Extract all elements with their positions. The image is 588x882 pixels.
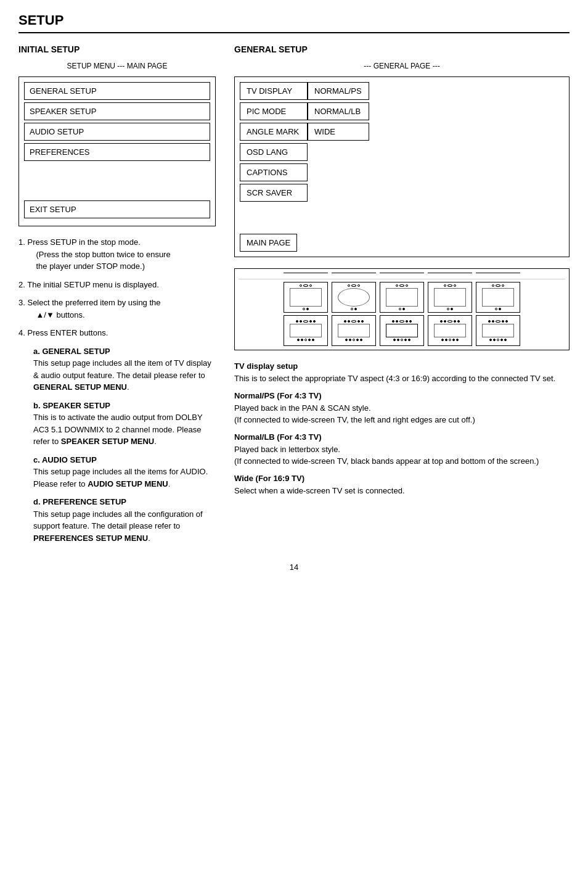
main-menu-box: GENERAL SETUP SPEAKER SETUP AUDIO SETUP … xyxy=(18,76,216,226)
page-title: SETUP xyxy=(18,12,570,33)
general-value-tv-display: NORMAL/PS xyxy=(308,82,369,100)
main-page-row: MAIN PAGE xyxy=(240,234,564,252)
desc-title-4: Wide (For 16:9 TV) xyxy=(234,474,570,483)
instr-num-3: 3. xyxy=(18,298,27,307)
sub-label-a: a. GENERAL SETUP xyxy=(33,347,110,356)
sub-item-a: a. GENERAL SETUP This setup page include… xyxy=(33,345,216,394)
general-setup-title: GENERAL SETUP xyxy=(234,44,570,54)
initial-setup-subtitle: SETUP MENU --- MAIN PAGE xyxy=(18,62,216,70)
desc-text-4: Select when a wide-screen TV set is conn… xyxy=(234,485,570,497)
tv-screen-1 xyxy=(284,282,328,313)
instruction-2: 2. The initial SETUP menu is displayed. xyxy=(18,279,216,291)
desc-title-1: TV display setup xyxy=(234,361,570,371)
general-label-pic-mode: PIC MODE xyxy=(240,102,308,120)
general-row-captions: CAPTIONS xyxy=(240,163,564,181)
instruction-1: 1. Press SETUP in the stop mode. (Press … xyxy=(18,236,216,273)
tv-screen-4 xyxy=(428,282,472,313)
sub-bold-c: AUDIO SETUP MENU xyxy=(88,479,168,488)
instruction-3: 3. Select the preferred item by using th… xyxy=(18,297,216,321)
general-menu-box: TV DISPLAY NORMAL/PS PIC MODE NORMAL/LB … xyxy=(234,76,570,257)
tv-screen-6 xyxy=(284,315,328,346)
tv-screen-9 xyxy=(428,315,472,346)
desc-title-3: Normal/LB (For 4:3 TV) xyxy=(234,432,570,442)
sub-label-c: c. AUDIO SETUP xyxy=(33,455,97,464)
general-row-pic-mode: PIC MODE NORMAL/LB xyxy=(240,102,564,120)
instr-num-1: 1. xyxy=(18,237,27,247)
menu-item-general[interactable]: GENERAL SETUP xyxy=(24,82,210,100)
general-setup-subtitle: --- GENERAL PAGE --- xyxy=(234,62,570,70)
general-label-osd-lang: OSD LANG xyxy=(240,143,308,161)
descriptions-section: TV display setup This is to select the a… xyxy=(234,361,570,497)
sub-bold-b: SPEAKER SETUP MENU xyxy=(61,437,154,446)
general-row-tv-display: TV DISPLAY NORMAL/PS xyxy=(240,82,564,100)
instr-num-4: 4. xyxy=(18,328,27,337)
tv-screens-top-row xyxy=(239,282,565,313)
general-row-angle-mark: ANGLE MARK WIDE xyxy=(240,123,564,141)
sub-bold-a: GENERAL SETUP MENU xyxy=(33,382,127,392)
general-row-scr-saver: SCR SAVER xyxy=(240,184,564,202)
general-row-osd-lang: OSD LANG xyxy=(240,143,564,161)
sub-bold-d: PREFERENCES SETUP MENU xyxy=(33,534,148,543)
general-value-pic-mode: NORMAL/LB xyxy=(308,102,369,120)
instructions-section: 1. Press SETUP in the stop mode. (Press … xyxy=(18,236,216,544)
tv-screen-7 xyxy=(332,315,376,346)
tv-screen-10 xyxy=(476,315,520,346)
general-label-scr-saver: SCR SAVER xyxy=(240,184,308,202)
main-page-button[interactable]: MAIN PAGE xyxy=(240,234,297,252)
instruction-4: 4. Press ENTER buttons. xyxy=(18,327,216,339)
tv-screen-2 xyxy=(332,282,376,313)
desc-title-2: Normal/PS (For 4:3 TV) xyxy=(234,391,570,400)
tv-screen-5 xyxy=(476,282,520,313)
desc-text-2: Played back in the PAN & SCAN style.(If … xyxy=(234,402,570,426)
general-value-angle-mark: WIDE xyxy=(308,123,369,141)
page-number: 14 xyxy=(18,563,570,572)
general-label-captions: CAPTIONS xyxy=(240,163,308,181)
desc-text-1: This is to select the appropriate TV asp… xyxy=(234,373,570,385)
menu-item-speaker[interactable]: SPEAKER SETUP xyxy=(24,102,210,120)
sub-item-b: b. SPEAKER SETUP This is to activate the… xyxy=(33,400,216,448)
tv-diagram xyxy=(234,268,570,350)
sub-item-c: c. AUDIO SETUP This setup page includes … xyxy=(33,454,216,490)
menu-item-exit[interactable]: EXIT SETUP xyxy=(24,200,210,218)
tv-screen-3 xyxy=(380,282,424,313)
menu-item-preferences[interactable]: PREFERENCES xyxy=(24,143,210,161)
instr-num-2: 2. xyxy=(18,280,27,289)
desc-text-3: Played back in letterbox style.(If conne… xyxy=(234,443,570,468)
menu-item-audio[interactable]: AUDIO SETUP xyxy=(24,123,210,141)
tv-screens-bottom-row xyxy=(239,315,565,346)
sub-label-d: d. PREFERENCE SETUP xyxy=(33,497,126,506)
general-label-tv-display: TV DISPLAY xyxy=(240,82,308,100)
general-label-angle-mark: ANGLE MARK xyxy=(240,123,308,141)
tv-screen-8 xyxy=(380,315,424,346)
sub-item-d: d. PREFERENCE SETUP This setup page incl… xyxy=(33,496,216,544)
initial-setup-title: INITIAL SETUP xyxy=(18,44,216,54)
sub-label-b: b. SPEAKER SETUP xyxy=(33,401,110,410)
